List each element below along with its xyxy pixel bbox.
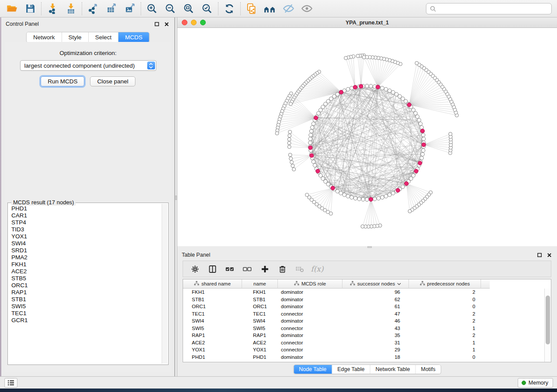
mcds-result-item[interactable]: SWI5 xyxy=(9,303,161,310)
table-row[interactable]: ORC1ORC1dominator610 xyxy=(183,303,551,310)
table-row[interactable]: FKH1FKH1dominator962 xyxy=(183,289,551,296)
table-cell[interactable]: SWI4 xyxy=(242,318,278,323)
table-cell[interactable]: 43 xyxy=(343,326,409,331)
column-header-name[interactable]: name xyxy=(242,279,278,289)
open-icon[interactable] xyxy=(3,1,21,16)
table-row[interactable]: SWI4SWI4dominator462 xyxy=(183,317,551,325)
mcds-result-item[interactable]: CAR1 xyxy=(9,212,161,219)
close-panel-icon[interactable] xyxy=(546,251,553,258)
eye-icon[interactable] xyxy=(298,1,316,16)
table-cell[interactable]: 1 xyxy=(409,340,481,345)
table-cell[interactable]: ACE2 xyxy=(183,340,242,345)
export-network-icon[interactable] xyxy=(84,1,102,16)
mcds-result-item[interactable]: STB5 xyxy=(9,275,161,282)
tab-mcds[interactable]: MCDS xyxy=(118,32,149,42)
mcds-result-item[interactable]: PHD1 xyxy=(9,205,161,212)
table-row[interactable]: RAP1RAP1dominator352 xyxy=(183,332,551,339)
table-cell[interactable]: dominator xyxy=(278,297,343,302)
table-row[interactable]: ACE2ACE2connector311 xyxy=(183,339,551,347)
table-cell[interactable]: 1 xyxy=(409,347,481,352)
table-cell[interactable]: SWI5 xyxy=(242,326,278,331)
table-cell[interactable]: 18 xyxy=(343,354,409,360)
float-panel-icon[interactable] xyxy=(153,21,160,28)
column-header-mcds-role[interactable]: MCDS role xyxy=(278,279,343,289)
memory-button[interactable]: Memory xyxy=(518,378,553,388)
table-cell[interactable]: dominator xyxy=(278,304,343,309)
mcds-result-item[interactable]: RAP1 xyxy=(9,289,161,296)
mcds-result-item[interactable]: GCR1 xyxy=(9,317,161,324)
table-cell[interactable]: dominator xyxy=(278,318,343,323)
table-cell[interactable]: TEC1 xyxy=(242,311,278,316)
mcds-result-item[interactable]: STP4 xyxy=(9,219,161,226)
zoom-selected-icon[interactable] xyxy=(198,1,216,16)
table-cell[interactable]: 2 xyxy=(409,333,481,338)
tab-motifs[interactable]: Motifs xyxy=(415,365,440,374)
table-cell[interactable]: 1 xyxy=(409,326,481,331)
close-panel-icon[interactable] xyxy=(163,21,170,28)
table-cell[interactable]: dominator xyxy=(278,333,343,338)
table-cell[interactable]: YOX1 xyxy=(183,347,242,352)
table-cell[interactable]: 46 xyxy=(343,318,409,323)
table-cell[interactable]: TEC1 xyxy=(183,311,242,316)
mcds-result-item[interactable]: ACE2 xyxy=(9,268,161,275)
table-cell[interactable]: PHD1 xyxy=(183,354,242,360)
toggle-columns-icon[interactable] xyxy=(206,262,219,275)
table-cell[interactable]: 47 xyxy=(343,311,409,316)
save-icon[interactable] xyxy=(21,1,39,16)
binoculars-icon[interactable] xyxy=(261,1,279,16)
table-cell[interactable]: connector xyxy=(278,326,343,331)
tab-network-table[interactable]: Network Table xyxy=(370,365,416,374)
table-cell[interactable]: ACE2 xyxy=(242,340,278,345)
mcds-result-item[interactable]: SWI4 xyxy=(9,240,161,247)
column-header-shared-name[interactable]: shared name xyxy=(183,279,242,289)
table-row[interactable]: PHD1PHD1dominator180 xyxy=(183,354,551,361)
table-cell[interactable]: RAP1 xyxy=(242,333,278,338)
table-row[interactable]: TEC1TEC1connector472 xyxy=(183,310,551,318)
network-canvas[interactable] xyxy=(177,28,557,246)
deselect-checks-icon[interactable] xyxy=(241,262,254,275)
mcds-result-item[interactable]: ORC1 xyxy=(9,282,161,289)
table-cell[interactable]: ORC1 xyxy=(242,304,278,309)
search-input[interactable] xyxy=(436,4,551,13)
table-cell[interactable]: dominator xyxy=(278,289,343,295)
table-cell[interactable]: 29 xyxy=(343,347,409,352)
mcds-result-item[interactable]: TEC1 xyxy=(9,310,161,317)
network-window-titlebar[interactable]: YPA_prune.txt_1 xyxy=(177,17,557,28)
table-cell[interactable]: ORC1 xyxy=(183,304,242,309)
criterion-select[interactable]: largest connected component (undirected) xyxy=(20,60,156,71)
table-cell[interactable]: STB1 xyxy=(183,297,242,302)
zoom-out-icon[interactable] xyxy=(161,1,180,16)
table-cell[interactable]: 0 xyxy=(409,354,481,360)
table-cell[interactable]: SWI4 xyxy=(183,318,242,323)
table-cell[interactable]: YOX1 xyxy=(242,347,278,352)
splitter-grip[interactable] xyxy=(367,246,372,248)
table-cell[interactable]: 35 xyxy=(343,333,409,338)
add-column-icon[interactable] xyxy=(258,262,271,275)
tab-network[interactable]: Network xyxy=(27,32,62,42)
table-cell[interactable]: 2 xyxy=(409,318,481,323)
refresh-icon[interactable] xyxy=(220,1,239,16)
table-cell[interactable]: SWI5 xyxy=(183,326,242,331)
zoom-fit-icon[interactable] xyxy=(180,1,198,16)
minimize-window-button[interactable] xyxy=(191,20,197,25)
table-scrollbar[interactable] xyxy=(544,289,551,362)
table-row[interactable]: STB1STB1dominator620 xyxy=(183,296,551,303)
mcds-list-scrollbar[interactable] xyxy=(162,204,167,364)
delete-column-icon[interactable] xyxy=(276,262,289,275)
splitter-grip[interactable] xyxy=(175,196,177,200)
tab-edge-table[interactable]: Edge Table xyxy=(332,365,370,374)
import-network-icon[interactable] xyxy=(43,1,62,16)
table-cell[interactable]: 62 xyxy=(343,297,409,302)
mcds-result-item[interactable]: YOX1 xyxy=(9,233,161,240)
close-panel-button[interactable]: Close panel xyxy=(90,76,135,86)
mcds-result-item[interactable]: TID3 xyxy=(9,226,161,233)
table-cell[interactable]: 2 xyxy=(409,311,481,316)
table-cell[interactable]: 0 xyxy=(409,297,481,302)
table-cell[interactable]: RAP1 xyxy=(183,333,242,338)
import-table-icon[interactable] xyxy=(62,1,80,16)
table-cell[interactable]: dominator xyxy=(278,354,343,360)
mcds-result-item[interactable]: SRD1 xyxy=(9,247,161,254)
eye-hidden-icon[interactable] xyxy=(279,1,298,16)
close-window-button[interactable] xyxy=(182,20,187,25)
column-header-successor-nodes[interactable]: successor nodes xyxy=(343,279,409,289)
